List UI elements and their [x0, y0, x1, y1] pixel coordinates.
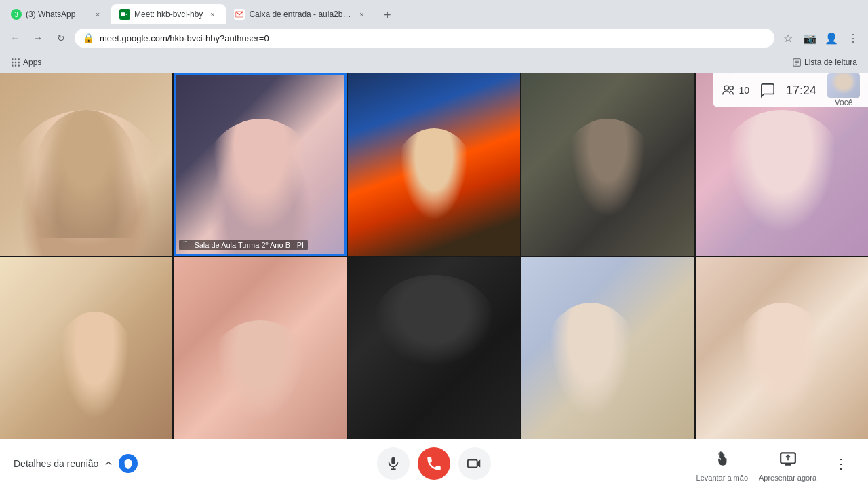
- shield-icon: [123, 458, 134, 469]
- meet-overlay: 10 17:24 Você: [713, 73, 868, 107]
- video-tile-6: [0, 257, 172, 440]
- tab-meet[interactable]: Meet: hkb-bvci-hby ×: [111, 4, 226, 24]
- url-bar[interactable]: 🔒 meet.google.com/hkb-bvci-hby?authuser=…: [75, 29, 774, 48]
- meeting-time: 17:24: [786, 83, 816, 98]
- present-control[interactable]: Apresentar agora: [759, 445, 816, 482]
- tab-gmail-favicon: [234, 9, 245, 20]
- reading-list-label: Lista de leitura: [804, 58, 857, 67]
- svg-rect-1: [121, 12, 125, 16]
- svg-rect-16: [184, 241, 185, 242]
- svg-rect-8: [18, 61, 20, 62]
- reload-button[interactable]: ↻: [52, 29, 71, 48]
- meeting-details-label: Detalhes da reunião: [14, 458, 98, 469]
- svg-rect-17: [185, 241, 186, 242]
- svg-point-19: [724, 86, 728, 90]
- tab-meet-favicon: [119, 9, 130, 20]
- svg-rect-5: [18, 58, 20, 60]
- svg-rect-4: [15, 58, 16, 60]
- meeting-details[interactable]: Detalhes da reunião: [14, 454, 138, 473]
- tab-gmail-close[interactable]: ×: [356, 9, 367, 20]
- mic-icon: [386, 456, 401, 471]
- video-tile-2: Sala de Aula Turma 2º Ano B - PI: [174, 73, 346, 256]
- bottom-controls-bar: Detalhes da reunião: [0, 439, 868, 488]
- camera-icon: [467, 456, 482, 471]
- tab-meet-close[interactable]: ×: [207, 9, 218, 20]
- new-tab-button[interactable]: +: [378, 5, 397, 24]
- url-text: meet.google.com/hkb-bvci-hby?authuser=0: [100, 33, 269, 43]
- tab-whatsapp-label: (3) WhatsApp: [26, 10, 88, 19]
- video-tile-10: [696, 257, 868, 440]
- apps-button[interactable]: Apps: [5, 56, 47, 69]
- tab-whatsapp[interactable]: 3 (3) WhatsApp ×: [3, 4, 111, 24]
- raise-hand-control[interactable]: Levantar a mão: [696, 445, 748, 482]
- video-tile-3: [348, 73, 520, 256]
- lock-icon: 🔒: [83, 33, 94, 43]
- chat-icon: [760, 83, 775, 98]
- video-tile-8: [348, 257, 520, 440]
- svg-rect-24: [468, 460, 477, 468]
- svg-rect-9: [12, 64, 13, 66]
- tile-2-label: Sala de Aula Turma 2º Ano B - PI: [179, 240, 308, 250]
- svg-rect-3: [12, 58, 13, 60]
- address-bar: ← → ↻ 🔒 meet.google.com/hkb-bvci-hby?aut…: [0, 24, 868, 52]
- svg-rect-21: [391, 457, 395, 464]
- camera-button[interactable]: [458, 447, 491, 480]
- svg-rect-7: [15, 61, 16, 62]
- participant-count[interactable]: 10: [721, 83, 749, 98]
- controls-center: [377, 447, 491, 480]
- meet-video-grid: Sala de Aula Turma 2º Ano B - PI: [0, 73, 868, 439]
- bookmark-button[interactable]: ☆: [778, 29, 797, 48]
- tab-bar: 3 (3) WhatsApp × Meet: hkb-bvci-hby × Ca…: [0, 0, 868, 24]
- address-actions: ☆ 📷 👤 ⋮: [778, 29, 863, 48]
- present-label: Apresentar agora: [759, 474, 816, 482]
- present-icon: [774, 445, 802, 472]
- video-tile-9: [521, 257, 694, 440]
- tab-meet-label: Meet: hkb-bvci-hby: [134, 10, 203, 19]
- tab-whatsapp-badge: 3: [11, 9, 22, 20]
- video-tile-1: [0, 73, 172, 256]
- svg-rect-6: [12, 61, 13, 62]
- shield-badge: [119, 454, 138, 473]
- bookmarks-bar: Apps Lista de leitura: [0, 52, 868, 73]
- svg-rect-18: [186, 241, 188, 242]
- video-tile-4: [521, 73, 694, 256]
- you-label: Você: [835, 98, 853, 107]
- camera-addr-button[interactable]: 📷: [800, 29, 819, 48]
- chevron-up-icon: [104, 459, 113, 468]
- reading-list-icon: [792, 58, 802, 67]
- forward-button[interactable]: →: [28, 29, 47, 48]
- apps-grid-icon: [11, 58, 20, 67]
- screen-share-icon: [779, 450, 797, 468]
- chat-button[interactable]: [760, 83, 775, 98]
- more-options-button[interactable]: ⋮: [827, 450, 854, 477]
- reading-list-button[interactable]: Lista de leitura: [787, 56, 863, 69]
- end-call-button[interactable]: [418, 447, 450, 480]
- hand-icon: [713, 450, 731, 468]
- participants-icon: [721, 83, 736, 98]
- raise-hand-label: Levantar a mão: [696, 474, 748, 482]
- raise-hand-icon: [709, 445, 736, 472]
- svg-rect-12: [793, 58, 801, 66]
- tab-gmail[interactable]: Caixa de entrada - aula2b-pi@ie... ×: [226, 4, 375, 24]
- participant-number: 10: [738, 85, 749, 96]
- svg-rect-10: [15, 64, 16, 66]
- tab-gmail-label: Caixa de entrada - aula2b-pi@ie...: [249, 10, 352, 19]
- phone-hangup-icon: [425, 455, 443, 472]
- back-button[interactable]: ←: [5, 29, 24, 48]
- svg-point-20: [730, 86, 734, 90]
- profile-button[interactable]: 👤: [822, 29, 841, 48]
- controls-right: Levantar a mão Apresentar agora ⋮: [696, 445, 854, 482]
- apps-label: Apps: [23, 58, 41, 67]
- svg-rect-11: [18, 64, 20, 66]
- video-tile-7: [174, 257, 346, 440]
- mic-button[interactable]: [377, 447, 410, 480]
- you-tile: Você: [827, 73, 860, 107]
- tab-whatsapp-close[interactable]: ×: [92, 9, 103, 20]
- menu-button[interactable]: ⋮: [844, 29, 863, 48]
- browser-chrome: 3 (3) WhatsApp × Meet: hkb-bvci-hby × Ca…: [0, 0, 868, 73]
